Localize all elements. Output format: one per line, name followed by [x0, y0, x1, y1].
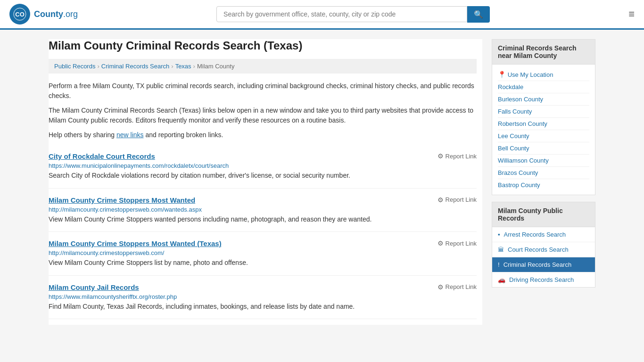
result-desc-0: Search City of Rockdale violations recor… — [49, 171, 477, 181]
logo-text: County.org — [34, 9, 78, 19]
result-url-1: http://milamcounty.crimestoppersweb.com/… — [49, 206, 477, 213]
logo-area: CO County.org — [9, 4, 78, 25]
result-title-1[interactable]: Milam County Crime Stoppers Most Wanted — [49, 196, 195, 204]
logo-icon: CO — [9, 4, 30, 25]
location-icon: 📍 — [498, 71, 506, 78]
nearby-link-7[interactable]: Brazos County — [498, 167, 589, 179]
result-card-3: Milam County Jail Records ⚙ Report Link … — [49, 276, 477, 320]
nearby-title: Criminal Records Search near Milam Count… — [492, 40, 595, 65]
nearby-links: 📍 Use My Location RockdaleBurleson Count… — [492, 65, 595, 195]
description-1: Perform a free Milam County, TX public c… — [49, 81, 477, 101]
report-label-2: Report Link — [446, 240, 477, 247]
result-card-0: City of Rockdale Court Records ⚙ Report … — [49, 145, 477, 189]
result-url-3: https://www.milamcountysherifftx.org/ros… — [49, 293, 477, 300]
search-button[interactable]: 🔍 — [467, 6, 490, 23]
nearby-link-3[interactable]: Robertson County — [498, 118, 589, 130]
breadcrumb-milam-county: Milam County — [197, 63, 234, 70]
nearby-link-5[interactable]: Bell County — [498, 142, 589, 155]
result-desc-3: Find Milam County, Texas Jail Records, i… — [49, 302, 477, 312]
report-link-3[interactable]: ⚙ Report Link — [438, 283, 477, 291]
menu-button[interactable]: ≡ — [628, 8, 635, 20]
result-url-2: http://milamcounty.crimestoppersweb.com/ — [49, 249, 477, 256]
public-record-item-0[interactable]: ▪ Arrest Records Search — [492, 227, 595, 242]
content-area: Milam County Criminal Records Search (Te… — [49, 39, 482, 325]
report-icon-3: ⚙ — [438, 283, 444, 291]
rec-icon-3: 🚗 — [498, 276, 505, 283]
new-links-link[interactable]: new links — [116, 131, 144, 139]
rec-icon-0: ▪ — [498, 231, 500, 238]
description-3: Help others by sharing new links and rep… — [49, 130, 477, 140]
report-link-2[interactable]: ⚙ Report Link — [438, 239, 477, 247]
public-record-item-2[interactable]: ! Criminal Records Search — [492, 257, 595, 272]
public-record-item-1[interactable]: 🏛 Court Records Search — [492, 242, 595, 257]
report-label-3: Report Link — [446, 283, 477, 290]
nearby-link-4[interactable]: Lee County — [498, 130, 589, 142]
report-link-0[interactable]: ⚙ Report Link — [438, 152, 477, 160]
breadcrumb-criminal-records-search[interactable]: Criminal Records Search — [101, 63, 170, 70]
search-input[interactable] — [216, 6, 467, 22]
report-link-1[interactable]: ⚙ Report Link — [438, 196, 477, 204]
result-card-1: Milam County Crime Stoppers Most Wanted … — [49, 189, 477, 232]
result-url-0: https://www.municipalonlinepayments.com/… — [49, 162, 477, 169]
public-records-section: Milam County Public Records ▪ Arrest Rec… — [492, 202, 595, 288]
breadcrumb-texas[interactable]: Texas — [175, 63, 191, 70]
public-record-item-3[interactable]: 🚗 Driving Records Search — [492, 272, 595, 287]
report-label-1: Report Link — [446, 196, 477, 203]
page-title: Milam County Criminal Records Search (Te… — [49, 39, 477, 52]
use-my-location-link[interactable]: 📍 Use My Location — [498, 68, 589, 81]
rec-label-1: Court Records Search — [508, 246, 569, 253]
svg-text:CO: CO — [15, 11, 25, 18]
breadcrumb-public-records[interactable]: Public Records — [54, 63, 95, 70]
description-2: The Milam County Criminal Records Search… — [49, 106, 477, 125]
sidebar: Criminal Records Search near Milam Count… — [492, 39, 595, 325]
nearby-link-2[interactable]: Falls County — [498, 106, 589, 118]
result-card-2: Milam County Crime Stoppers Most Wanted … — [49, 232, 477, 276]
rec-icon-2: ! — [498, 261, 500, 268]
rec-label-0: Arrest Records Search — [504, 231, 566, 238]
result-desc-2: View Milam County Crime Stoppers list by… — [49, 258, 477, 268]
breadcrumb: Public Records › Criminal Records Search… — [49, 59, 477, 74]
search-area: 🔍 — [216, 6, 490, 23]
nearby-link-0[interactable]: Rockdale — [498, 81, 589, 93]
rec-label-2: Criminal Records Search — [504, 261, 572, 268]
main-container: Milam County Criminal Records Search (Te… — [39, 30, 605, 334]
result-title-0[interactable]: City of Rockdale Court Records — [49, 152, 155, 160]
report-icon-2: ⚙ — [438, 239, 444, 247]
rec-label-3: Driving Records Search — [509, 276, 574, 283]
result-desc-1: View Milam County Crime Stoppers wanted … — [49, 215, 477, 224]
report-icon-1: ⚙ — [438, 196, 444, 204]
nearby-link-1[interactable]: Burleson County — [498, 93, 589, 106]
result-title-2[interactable]: Milam County Crime Stoppers Most Wanted … — [49, 239, 222, 247]
report-icon-0: ⚙ — [438, 152, 444, 160]
nearby-link-6[interactable]: Williamson County — [498, 155, 589, 167]
results-list: City of Rockdale Court Records ⚙ Report … — [49, 145, 477, 319]
report-label-0: Report Link — [446, 153, 477, 160]
nearby-link-8[interactable]: Bastrop County — [498, 179, 589, 191]
rec-icon-1: 🏛 — [498, 246, 504, 253]
public-records-title: Milam County Public Records — [492, 202, 595, 227]
nearby-section: Criminal Records Search near Milam Count… — [492, 39, 595, 195]
header: CO County.org 🔍 ≡ — [0, 0, 644, 30]
result-title-3[interactable]: Milam County Jail Records — [49, 283, 139, 291]
